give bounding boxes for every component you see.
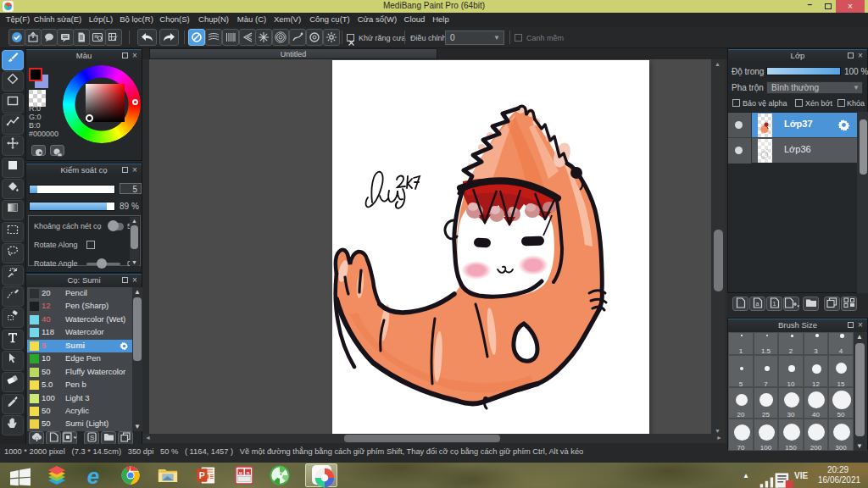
- svg-text:P: P: [199, 470, 205, 480]
- svg-text:a: a: [755, 301, 759, 307]
- svg-text:n: n: [247, 470, 250, 475]
- svg-text:S: S: [90, 434, 94, 441]
- svg-text:u: u: [239, 470, 242, 475]
- svg-text:1: 1: [772, 301, 776, 307]
